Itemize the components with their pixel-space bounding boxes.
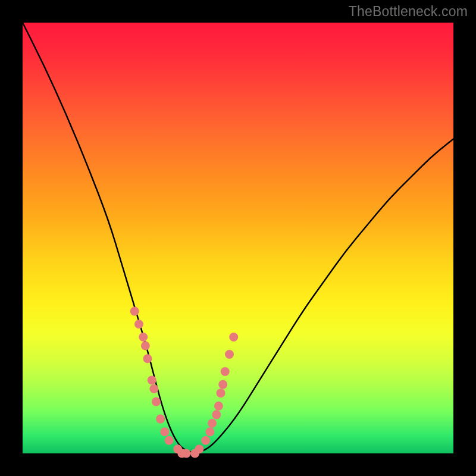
- marker-dot: [195, 444, 203, 453]
- marker-dot: [229, 333, 238, 342]
- marker-dot: [149, 384, 158, 393]
- marker-dot: [201, 436, 210, 445]
- marker-dot: [139, 333, 148, 342]
- marker-dot: [225, 350, 234, 359]
- marker-dot: [160, 427, 169, 436]
- marker-dot: [152, 397, 161, 406]
- marker-dot: [205, 427, 214, 436]
- chart-svg: [23, 23, 453, 453]
- marker-dot: [221, 367, 230, 376]
- marker-dot: [208, 419, 217, 428]
- chart-frame: TheBottleneck.com: [0, 0, 476, 476]
- marker-dot: [134, 320, 143, 328]
- marker-dot: [141, 342, 150, 350]
- marker-dot: [212, 410, 221, 419]
- marker-dot: [130, 307, 139, 316]
- marker-dot: [218, 380, 227, 389]
- marker-dot: [214, 402, 223, 411]
- bottleneck-curve: [23, 23, 453, 452]
- marker-dot: [156, 415, 165, 424]
- watermark-text: TheBottleneck.com: [349, 4, 468, 20]
- marker-dot: [148, 375, 156, 384]
- plot-area: [23, 23, 453, 453]
- marker-dot: [143, 354, 152, 363]
- marker-dot: [165, 436, 174, 445]
- marker-dot: [182, 449, 191, 458]
- marker-dot: [217, 389, 226, 397]
